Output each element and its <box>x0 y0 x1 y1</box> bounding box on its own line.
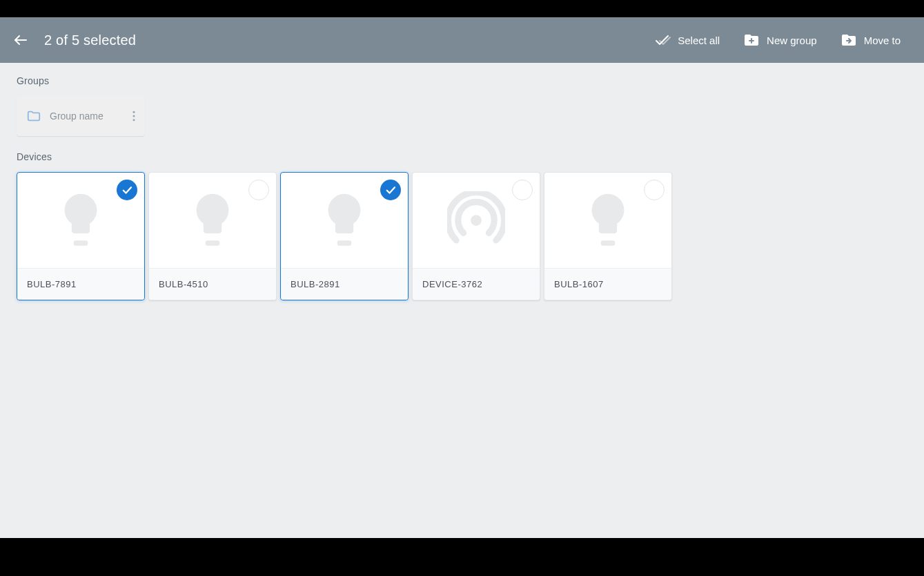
svg-rect-5 <box>206 240 220 245</box>
group-card[interactable]: Group name <box>17 96 145 136</box>
selection-toggle[interactable] <box>512 180 533 200</box>
select-all-icon <box>654 32 671 48</box>
svg-point-2 <box>133 115 135 117</box>
device-card[interactable]: BULB-2891 <box>280 172 409 300</box>
devices-section-label: Devices <box>17 151 907 162</box>
svg-rect-6 <box>337 240 352 245</box>
new-folder-icon <box>743 32 760 48</box>
svg-point-1 <box>133 111 135 113</box>
svg-point-7 <box>471 215 482 226</box>
move-to-button[interactable]: Move to <box>841 32 901 48</box>
device-card[interactable]: DEVICE-3762 <box>412 172 540 300</box>
device-name-label: BULB-2891 <box>281 268 408 300</box>
select-all-button[interactable]: Select all <box>654 32 720 48</box>
svg-rect-4 <box>74 240 88 245</box>
appbar: 2 of 5 selected Select all New group Mo <box>0 17 924 63</box>
selection-toggle[interactable] <box>248 180 269 200</box>
groups-row: Group name <box>17 96 907 136</box>
device-card[interactable]: BULB-7891 <box>17 172 145 300</box>
svg-rect-8 <box>601 240 616 245</box>
device-name-label: BULB-4510 <box>149 268 276 300</box>
selection-toggle[interactable] <box>117 180 137 200</box>
move-to-label: Move to <box>864 35 901 46</box>
device-card[interactable]: BULB-4510 <box>148 172 277 300</box>
move-folder-icon <box>841 32 857 48</box>
more-vert-icon[interactable] <box>127 109 141 123</box>
selection-toggle[interactable] <box>644 180 665 200</box>
selection-toggle[interactable] <box>380 180 401 200</box>
device-name-label: DEVICE-3762 <box>413 268 540 300</box>
back-arrow-icon[interactable] <box>12 32 29 48</box>
new-group-label: New group <box>767 35 817 46</box>
svg-point-3 <box>133 119 135 121</box>
select-all-label: Select all <box>678 35 720 46</box>
group-name-label: Group name <box>50 111 119 122</box>
device-name-label: BULB-7891 <box>17 268 144 300</box>
new-group-button[interactable]: New group <box>743 32 817 48</box>
folder-icon <box>26 108 41 124</box>
selection-count-title: 2 of 5 selected <box>44 32 136 48</box>
groups-section-label: Groups <box>17 75 907 86</box>
devices-row: BULB-7891 BULB-4510 BULB-2891 DEVICE-376… <box>17 172 907 300</box>
device-card[interactable]: BULB-1607 <box>544 172 672 300</box>
device-name-label: BULB-1607 <box>544 268 671 300</box>
